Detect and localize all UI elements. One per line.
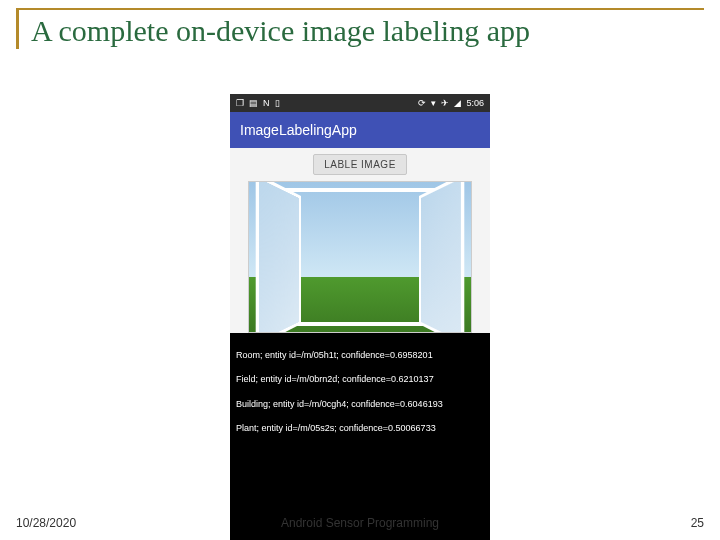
nav-bar [230,536,490,540]
preview-image [248,181,472,333]
status-left-icons: ❐ ▤ N ▯ [236,99,280,108]
status-bar: ❐ ▤ N ▯ ⟳ ▾ ✈ ◢ 5:06 [230,94,490,112]
app-bar: ImageLabelingApp [230,112,490,148]
window-frame [283,188,437,326]
signal-icon: ◢ [454,99,461,108]
window-pane-left [256,181,301,333]
wifi-icon: ▾ [431,99,436,108]
label-image-button[interactable]: LABLE IMAGE [313,154,407,175]
slide-title: A complete on-device image labeling app [31,14,704,49]
slide: A complete on-device image labeling app … [0,0,720,540]
app-content: LABLE IMAGE [230,148,490,333]
n-icon: N [263,99,270,108]
result-row: Plant; entity id=/m/05s2s; confidence=0.… [236,422,484,434]
result-row: Field; entity id=/m/0brn2d; confidence=0… [236,373,484,385]
result-row: Building; entity id=/m/0cgh4; confidence… [236,398,484,410]
sim-icon: ▯ [275,99,280,108]
phone-mockup: ❐ ▤ N ▯ ⟳ ▾ ✈ ◢ 5:06 ImageLabelingApp LA… [230,94,490,494]
airplane-icon: ✈ [441,99,449,108]
results-panel: Room; entity id=/m/05h1t; confidence=0.6… [230,333,490,450]
footer-course: Android Sensor Programming [16,516,704,530]
status-right-icons: ⟳ ▾ ✈ ◢ 5:06 [418,99,484,108]
slide-footer: 10/28/2020 Android Sensor Programming 25 [16,516,704,530]
calendar-icon: ▤ [249,99,258,108]
app-title: ImageLabelingApp [240,122,357,138]
title-container: A complete on-device image labeling app [16,10,704,49]
chat-icon: ❐ [236,99,244,108]
clock-text: 5:06 [466,99,484,108]
sync-icon: ⟳ [418,99,426,108]
window-pane-right [419,181,464,333]
result-row: Room; entity id=/m/05h1t; confidence=0.6… [236,349,484,361]
